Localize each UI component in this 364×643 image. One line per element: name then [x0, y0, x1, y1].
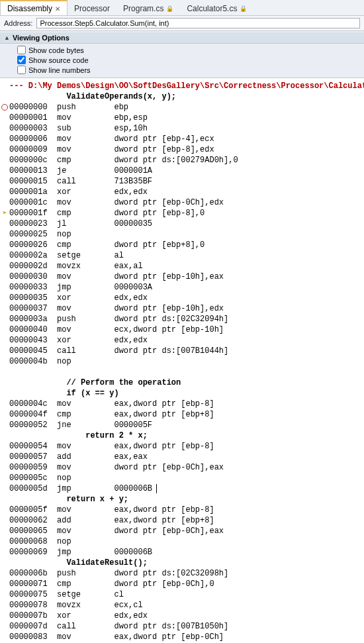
- operands: edx,edx: [114, 187, 152, 197]
- asm-line[interactable]: 00000006 mov dword ptr [ebp-4],ecx: [0, 134, 364, 144]
- asm-line[interactable]: 00000068 nop: [0, 536, 364, 547]
- breakpoint-icon[interactable]: [1, 104, 8, 111]
- option-label: Show line numbers: [28, 66, 91, 74]
- chevron-up-icon: ▲: [4, 34, 10, 41]
- tab-calculator5-cs[interactable]: Calculator5.cs🔒: [180, 1, 253, 15]
- address-input[interactable]: [36, 18, 360, 28]
- asm-line[interactable]: 00000013 je 0000001A: [0, 166, 364, 176]
- asm-line[interactable]: 0000005d jmp 0000006B: [0, 483, 364, 494]
- asm-line[interactable]: 00000043 xor edx,edx: [0, 335, 364, 346]
- asm-line[interactable]: 0000004b nop: [0, 356, 364, 367]
- asm-line[interactable]: 00000083 mov eax,dword ptr [ebp-0Ch]: [0, 632, 364, 642]
- asm-line[interactable]: 00000037 mov dword ptr [ebp-10h],edx: [0, 303, 364, 314]
- asm-line[interactable]: 00000052 jne 0000005F: [0, 420, 364, 430]
- asm-line[interactable]: 0000001c mov dword ptr [ebp-0Ch],edx: [0, 197, 364, 208]
- asm-line[interactable]: 0000004f cmp eax,dword ptr [ebp+8]: [0, 409, 364, 420]
- operands: dword ptr [ebp+8],0: [114, 240, 209, 250]
- tab-processor[interactable]: Processor: [68, 1, 116, 15]
- asm-line[interactable]: 00000015 call 713B35BF: [0, 176, 364, 187]
- asm-line[interactable]: 00000054 mov eax,dword ptr [ebp-8]: [0, 441, 364, 452]
- address: 0000007b: [9, 611, 57, 621]
- asm-line[interactable]: 00000065 mov dword ptr [ebp-0Ch],eax: [0, 526, 364, 536]
- source-line[interactable]: ValidateResult();: [0, 558, 364, 568]
- asm-line[interactable]: 00000040 mov ecx,dword ptr [ebp-10h]: [0, 324, 364, 335]
- asm-line[interactable]: 0000004c mov eax,dword ptr [ebp-8]: [0, 399, 364, 409]
- asm-line[interactable]: 00000045 call dword ptr ds:[007B1044h]: [0, 346, 364, 356]
- mnemonic: jmp: [57, 483, 114, 494]
- address: 00000040: [9, 324, 57, 335]
- asm-line[interactable]: 00000030 mov dword ptr [ebp-10h],eax: [0, 272, 364, 282]
- mnemonic: xor: [57, 187, 114, 197]
- blank-line[interactable]: [0, 367, 364, 377]
- source-text: if (x == y): [9, 388, 119, 399]
- gutter: ➤: [0, 208, 9, 219]
- asm-line[interactable]: 0000002a setge al: [0, 250, 364, 261]
- viewing-options-header[interactable]: ▲ Viewing Options: [0, 32, 364, 44]
- address: 0000003a: [9, 314, 57, 324]
- operands: dword ptr [ebp-4],ecx: [114, 134, 218, 144]
- tab-label: Processor: [74, 4, 110, 13]
- address: 0000001a: [9, 187, 57, 197]
- checkbox[interactable]: [17, 56, 26, 64]
- source-line[interactable]: if (x == y): [0, 388, 364, 399]
- operands: edx,edx: [114, 611, 152, 621]
- address: 00000075: [9, 589, 57, 600]
- source-line[interactable]: // Perform the operation: [0, 377, 364, 388]
- address: 0000005d: [9, 483, 57, 494]
- asm-line[interactable]: 00000009 mov dword ptr [ebp-8],edx: [0, 144, 364, 155]
- option-label: Show code bytes: [28, 46, 84, 54]
- disassembly-view[interactable]: --- D:\My Demos\Design\OO\SoftDesGallery…: [0, 78, 364, 643]
- asm-line[interactable]: 0000003a push dword ptr ds:[02C32094h]: [0, 314, 364, 324]
- asm-line[interactable]: 00000023 jl 00000035: [0, 219, 364, 229]
- operands: dword ptr [ebp-0Ch],eax: [114, 462, 228, 473]
- mnemonic: sub: [57, 123, 114, 134]
- mnemonic: nop: [57, 229, 114, 240]
- asm-line[interactable]: 0000001a xor edx,edx: [0, 187, 364, 197]
- operands: 0000005F: [114, 420, 157, 430]
- close-icon[interactable]: ✕: [55, 5, 60, 13]
- asm-line[interactable]: 0000005f mov eax,dword ptr [ebp-8]: [0, 505, 364, 515]
- operands: edx,edx: [114, 293, 152, 303]
- asm-line[interactable]: 00000000 push ebp: [0, 102, 364, 113]
- checkbox[interactable]: [17, 66, 26, 74]
- operands: dword ptr ds:[007B1044h]: [114, 346, 233, 356]
- asm-line[interactable]: 00000033 jmp 0000003A: [0, 282, 364, 293]
- operands: eax,al: [114, 261, 147, 272]
- address: 0000001c: [9, 197, 57, 208]
- asm-line[interactable]: 00000025 nop: [0, 229, 364, 240]
- asm-line[interactable]: 00000059 mov dword ptr [ebp-0Ch],eax: [0, 462, 364, 473]
- asm-line[interactable]: 0000007b xor edx,edx: [0, 611, 364, 621]
- lock-icon: 🔒: [240, 5, 247, 12]
- asm-line[interactable]: 00000057 add eax,eax: [0, 452, 364, 462]
- asm-line[interactable]: 0000000c cmp dword ptr ds:[00279AD0h],0: [0, 155, 364, 166]
- asm-line[interactable]: 0000005c nop: [0, 473, 364, 483]
- source-line[interactable]: return x + y;: [0, 494, 364, 505]
- asm-line[interactable]: 00000035 xor edx,edx: [0, 293, 364, 303]
- mnemonic: mov: [57, 441, 114, 452]
- address: 0000006b: [9, 568, 57, 579]
- tab-program-cs[interactable]: Program.cs🔒: [116, 1, 180, 15]
- asm-line[interactable]: 0000002d movzx eax,al: [0, 261, 364, 272]
- mnemonic: mov: [57, 272, 114, 282]
- asm-line[interactable]: 00000001 mov ebp,esp: [0, 113, 364, 123]
- address: 0000005f: [9, 505, 57, 515]
- mnemonic: mov: [57, 113, 114, 123]
- asm-line[interactable]: 00000062 add eax,dword ptr [ebp+8]: [0, 515, 364, 526]
- source-line[interactable]: ValidateOperands(x, y);: [0, 91, 364, 102]
- asm-line[interactable]: 00000071 cmp dword ptr [ebp-0Ch],0: [0, 579, 364, 589]
- asm-line[interactable]: ➤0000001f cmp dword ptr [ebp-8],0: [0, 208, 364, 219]
- operands: [114, 229, 118, 240]
- asm-line[interactable]: 00000078 movzx ecx,cl: [0, 600, 364, 611]
- source-line[interactable]: return 2 * x;: [0, 430, 364, 441]
- asm-line[interactable]: 00000003 sub esp,10h: [0, 123, 364, 134]
- asm-line[interactable]: 00000075 setge cl: [0, 589, 364, 600]
- asm-line[interactable]: 0000007d call dword ptr ds:[007B1050h]: [0, 621, 364, 632]
- gutter: [0, 104, 9, 111]
- checkbox[interactable]: [17, 46, 26, 54]
- asm-line[interactable]: 00000026 cmp dword ptr [ebp+8],0: [0, 240, 364, 250]
- asm-line[interactable]: 00000069 jmp 0000006B: [0, 547, 364, 558]
- mnemonic: mov: [57, 526, 114, 536]
- asm-line[interactable]: 0000006b push dword ptr ds:[02C32098h]: [0, 568, 364, 579]
- tab-disassembly[interactable]: Disassembly✕: [0, 0, 68, 15]
- source-text: ValidateResult();: [9, 558, 148, 568]
